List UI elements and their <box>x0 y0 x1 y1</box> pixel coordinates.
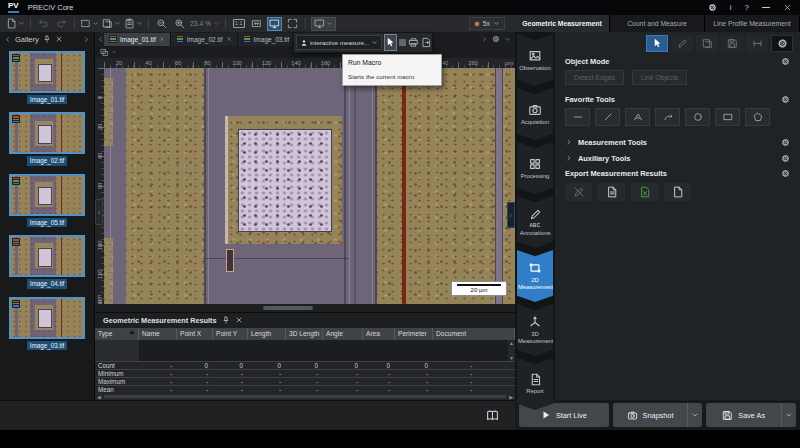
results-horizontal-scrollbar[interactable]: ◀▶ <box>95 393 515 400</box>
help-book-icon[interactable] <box>486 409 499 422</box>
gallery-thumbnail[interactable] <box>9 174 85 216</box>
edit-object-button[interactable] <box>671 35 693 52</box>
gallery-item[interactable]: Image_05.tif <box>9 174 85 227</box>
undo-button[interactable] <box>36 17 51 31</box>
fill-window-button[interactable] <box>267 17 282 31</box>
tab-scroll-right-icon[interactable] <box>481 36 488 43</box>
gear-icon[interactable] <box>781 138 790 147</box>
column-header[interactable]: Area <box>363 328 395 340</box>
redo-button[interactable] <box>54 17 69 31</box>
chevron-down-icon[interactable] <box>111 49 117 55</box>
help-icon[interactable]: ? <box>745 4 749 12</box>
record-macro-button[interactable] <box>421 34 432 51</box>
stop-macro-button[interactable] <box>399 34 406 51</box>
objective-selector[interactable]: 5x <box>469 17 505 30</box>
fit-to-window-button[interactable] <box>249 17 264 31</box>
circle-tool-button[interactable] <box>685 108 710 126</box>
gallery-item-label[interactable]: Image_02.tif <box>27 156 68 165</box>
zoom-in-button[interactable] <box>172 17 187 31</box>
column-header[interactable]: Length <box>248 328 286 340</box>
document-tab[interactable]: Image_01.tif <box>104 33 171 46</box>
close-panel-icon[interactable] <box>55 35 63 43</box>
collapse-left-icon[interactable] <box>4 36 11 43</box>
column-header[interactable]: Angle <box>323 328 363 340</box>
paste-button[interactable] <box>124 17 143 31</box>
run-macro-button[interactable] <box>384 34 397 51</box>
tab-scroll-left-icon[interactable] <box>97 36 104 43</box>
gear-icon[interactable] <box>781 95 790 104</box>
gallery-item[interactable]: Image_03.tif <box>9 297 85 350</box>
gallery-item-label[interactable]: Image_04.tif <box>27 279 68 288</box>
edit-macro-button[interactable] <box>408 34 419 51</box>
tab-line-profile-measurement[interactable]: Line Profile Measurement <box>705 15 800 32</box>
collapse-gallery-handle[interactable] <box>95 199 103 225</box>
display-mode-dropdown[interactable] <box>311 17 336 31</box>
angle-tool-button[interactable] <box>625 108 650 126</box>
nav-2d-measurement[interactable]: 2D Measurement <box>517 250 553 302</box>
column-header[interactable]: Point Y <box>213 328 248 340</box>
nav-3d-measurement[interactable]: 3D Measurement <box>517 304 553 356</box>
results-vertical-scrollbar[interactable]: ▲▼ <box>508 340 515 362</box>
save-as-dropdown[interactable] <box>781 403 796 427</box>
rectangle-tool-button[interactable] <box>715 108 740 126</box>
export-excel-button[interactable] <box>631 183 658 201</box>
nav-report[interactable]: Report <box>517 358 553 410</box>
gear-icon[interactable] <box>781 169 790 178</box>
nav-processing[interactable]: Processing <box>517 142 553 194</box>
column-header[interactable]: 3D Length <box>286 328 323 340</box>
snapshot-dropdown[interactable] <box>687 403 702 427</box>
gallery-item-label[interactable]: Image_01.tif <box>27 95 68 104</box>
export-annotations-button[interactable] <box>565 183 592 201</box>
column-header[interactable]: Point X <box>177 328 213 340</box>
tab-count-and-measure[interactable]: Count and Measure <box>610 15 705 32</box>
expand-right-panel-handle[interactable] <box>507 202 515 228</box>
line-tool-button[interactable] <box>565 108 590 126</box>
nav-annotations[interactable]: ABC Annotations <box>517 196 553 248</box>
column-header[interactable]: Name <box>139 328 177 340</box>
polyline-tool-button[interactable] <box>595 108 620 126</box>
tab-geometric-measurement[interactable]: Geometric Measurement <box>515 15 610 32</box>
select-region-button[interactable] <box>80 17 99 31</box>
measurement-tools-section[interactable]: Measurement Tools <box>555 134 800 150</box>
gallery-item[interactable]: Image_02.tif <box>9 112 85 165</box>
micrograph-viewport[interactable]: 20 µm <box>104 68 515 304</box>
pin-icon[interactable] <box>222 316 230 324</box>
gallery-item[interactable]: Image_04.tif <box>9 235 85 288</box>
viewport-horizontal-scrollbar[interactable] <box>95 304 515 312</box>
gear-icon[interactable] <box>781 57 790 66</box>
macro-preset-dropdown[interactable]: interactive measure... <box>296 35 382 50</box>
snapshot-button[interactable]: Snapshot <box>613 403 703 427</box>
pin-icon[interactable] <box>43 35 51 43</box>
zoom-out-button[interactable] <box>154 17 169 31</box>
close-tab-icon[interactable] <box>159 36 165 42</box>
select-tool-button[interactable] <box>646 35 668 52</box>
tab-options-icon[interactable] <box>492 35 500 43</box>
detect-edges-button[interactable]: Detect Edges <box>565 70 624 85</box>
results-column-headers[interactable]: TypeNamePoint XPoint YLength3D LengthAng… <box>95 328 515 340</box>
gear-icon[interactable] <box>781 154 790 163</box>
scrollbar-thumb[interactable] <box>263 306 313 310</box>
gallery-thumbnail[interactable] <box>9 112 85 154</box>
arc-tool-button[interactable] <box>655 108 680 126</box>
document-tab[interactable]: Image_02.tif <box>171 33 238 46</box>
gallery-item[interactable]: Image_01.tif <box>9 51 85 104</box>
gallery-thumbnail[interactable] <box>9 235 85 277</box>
auxiliary-tools-section[interactable]: Auxiliary Tools <box>555 150 800 166</box>
export-file-button[interactable] <box>664 183 691 201</box>
close-tab-icon[interactable] <box>226 36 232 42</box>
gallery-thumbnail[interactable] <box>9 297 85 339</box>
dimension-line-button[interactable] <box>746 35 768 52</box>
panel-right-icon[interactable] <box>83 36 90 43</box>
nav-acquisition[interactable]: Acquisition <box>517 88 553 140</box>
layers-icon[interactable] <box>100 48 109 57</box>
close-panel-icon[interactable] <box>235 316 243 324</box>
gallery-thumbnail[interactable] <box>9 51 85 93</box>
tool-settings-button[interactable] <box>771 35 793 52</box>
export-csv-button[interactable] <box>598 183 625 201</box>
save-as-button[interactable]: Save As <box>706 403 796 427</box>
open-image-button[interactable] <box>6 17 25 31</box>
tab-list-icon[interactable] <box>504 36 511 43</box>
info-icon[interactable]: i <box>730 4 732 12</box>
link-objects-button[interactable]: Link Objects <box>632 70 687 85</box>
minimize-icon[interactable] <box>762 7 770 9</box>
